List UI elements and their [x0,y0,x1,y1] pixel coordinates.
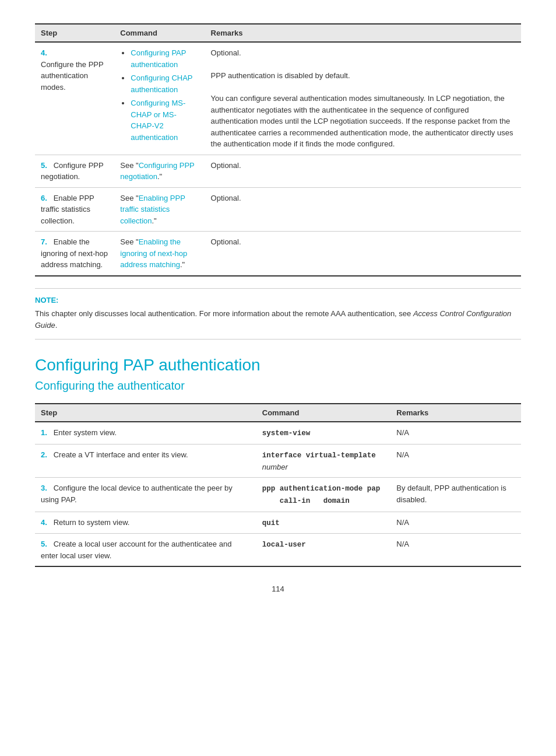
note-text: This chapter only discusses local authen… [35,308,521,332]
step-number: 5. [41,540,47,548]
table-row: 2. Create a VT interface and enter its v… [35,444,521,477]
note-text-prefix: This chapter only discusses local authen… [35,309,413,318]
step-number: 7. [41,237,47,246]
step-number: 1. [41,428,47,437]
ppp-stats-link[interactable]: Enabling PPP traffic statistics collecti… [120,194,185,225]
remarks-cell: Optional. [205,155,521,187]
command-text: system-view [262,429,311,438]
step-number: 5. [41,161,47,170]
table-row: 4. Return to system view. quit N/A [35,512,521,534]
remarks-cell: Optional. PPP authentication is disabled… [205,42,521,155]
step-cell: 1. Enter system view. [35,422,256,444]
step-cell: 7. Enable the ignoring of next-hop addre… [35,232,114,276]
top-table: Step Command Remarks 4. Configure the PP… [35,23,521,276]
command-cell: See "Enabling PPP traffic statistics col… [114,187,205,232]
command-text: interface virtual-template [262,452,376,460]
step-number: 3. [41,484,47,492]
list-item: Configuring PAP authentication [131,47,199,70]
pap-auth-link[interactable]: Configuring PAP authentication [131,48,186,69]
table-row: 4. Configure the PPP authentication mode… [35,42,521,155]
col-remarks: Remarks [390,404,521,422]
step-description: Enter system view. [54,428,117,437]
command-param: number [262,463,288,471]
table-row: 6. Enable PPP traffic statistics collect… [35,187,521,232]
remarks-cell: N/A [390,422,521,444]
step-description: Create a local user account for the auth… [41,540,231,560]
mschap-auth-link[interactable]: Configuring MS-CHAP or MS-CHAP-V2 authen… [131,99,185,142]
remarks-cell: Optional. [205,187,521,232]
command-cell: ppp authentication-mode pap call-in doma… [256,478,391,512]
command-text: quit [262,519,280,527]
page-number: 114 [35,584,521,593]
step-cell: 4. Return to system view. [35,512,256,534]
note-text-suffix: . [55,321,58,330]
step-number: 4. [41,48,47,57]
table-row: 1. Enter system view. system-view N/A [35,422,521,444]
step-number: 6. [41,194,47,202]
col-command: Command [114,24,205,42]
step-number: 2. [41,450,47,459]
note-label: NOTE: [35,296,521,304]
col-command: Command [256,404,391,422]
step-description: Enable the ignoring of next-hop address … [41,237,108,269]
step-cell: 4. Configure the PPP authentication mode… [35,42,114,155]
section-title: Configuring PAP authentication [35,356,521,374]
command-cell: See "Enabling the ignoring of next-hop a… [114,232,205,276]
chap-auth-link[interactable]: Configuring CHAP authentication [131,74,192,94]
col-remarks: Remarks [205,24,521,42]
col-step: Step [35,24,114,42]
step-description: Configure PPP negotiation. [41,161,103,181]
command-text: ppp authentication-mode pap call-in doma… [262,485,381,505]
step-description: Create a VT interface and enter its view… [54,450,188,459]
remarks-cell: By default, PPP authentication is disabl… [390,478,521,512]
ppp-neg-link[interactable]: Configuring PPP negotiation [120,161,194,181]
command-cell: quit [256,512,391,534]
command-cell: system-view [256,422,391,444]
remarks-cell: N/A [390,534,521,567]
command-cell: local-user [256,534,391,567]
table-row: 3. Configure the local device to authent… [35,478,521,512]
remarks-cell: N/A [390,444,521,477]
step-description: Return to system view. [54,518,130,527]
step-cell: 6. Enable PPP traffic statistics collect… [35,187,114,232]
list-item: Configuring MS-CHAP or MS-CHAP-V2 authen… [131,97,199,143]
remark-detail: You can configure several authentication… [211,93,515,150]
step-cell: 3. Configure the local device to authent… [35,478,256,512]
table-row: 5. Create a local user account for the a… [35,534,521,567]
remark-ppp-default: PPP authentication is disabled by defaul… [211,70,515,82]
command-cell: See "Configuring PPP negotiation." [114,155,205,187]
step-description: Configure the local device to authentica… [41,484,233,504]
nexthop-link[interactable]: Enabling the ignoring of next-hop addres… [120,237,187,269]
bottom-table: Step Command Remarks 1. Enter system vie… [35,403,521,567]
table-row: 5. Configure PPP negotiation. See "Confi… [35,155,521,187]
sub-title: Configuring the authenticator [35,379,521,393]
step-description: Enable PPP traffic statistics collection… [41,194,94,225]
step-number: 4. [41,518,47,527]
step-cell: 2. Create a VT interface and enter its v… [35,444,256,477]
remark-optional: Optional. [211,47,515,59]
note-box: NOTE: This chapter only discusses local … [35,288,521,340]
command-cell: interface virtual-template number [256,444,391,477]
remarks-cell: Optional. [205,232,521,276]
remarks-cell: N/A [390,512,521,534]
col-step: Step [35,404,256,422]
step-description: Configure the PPP authentication modes. [41,60,103,92]
command-cell: Configuring PAP authentication Configuri… [114,42,205,155]
command-text: local-user [262,541,306,549]
step-cell: 5. Configure PPP negotiation. [35,155,114,187]
step-cell: 5. Create a local user account for the a… [35,534,256,567]
list-item: Configuring CHAP authentication [131,72,199,95]
link-list: Configuring PAP authentication Configuri… [120,47,199,143]
table-row: 7. Enable the ignoring of next-hop addre… [35,232,521,276]
